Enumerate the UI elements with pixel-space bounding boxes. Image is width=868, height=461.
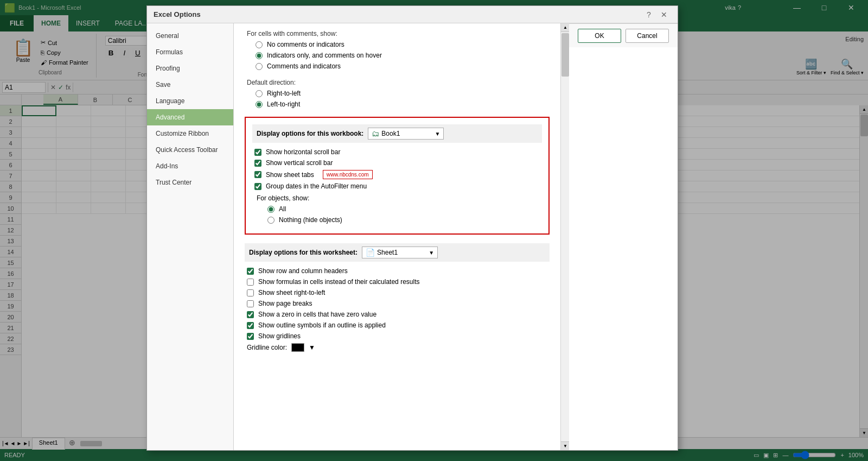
group-dates-option: Group dates in the AutoFilter menu [252, 182, 542, 190]
dialog-scrollbar[interactable]: ▲ ▼ [560, 23, 569, 450]
gridline-color-picker[interactable] [291, 343, 304, 352]
gridline-color-option: Gridline color: ▼ [245, 343, 550, 352]
sidebar-item-proofing[interactable]: Proofing [147, 60, 233, 77]
dialog-scroll-thumb[interactable] [561, 33, 569, 77]
workbook-dropdown[interactable]: 🗂 Book1 ▼ [368, 128, 444, 140]
sheet-icon: 📄 [366, 248, 375, 257]
rtl-option: Right-to-left [245, 90, 550, 97]
dialog-controls: ? ✕ [642, 8, 671, 22]
comments-indicators-option: Comments and indicators [245, 62, 550, 70]
group-dates-label: Group dates in the AutoFilter menu [266, 182, 367, 190]
show-row-col-label: Show row and column headers [258, 267, 348, 275]
cancel-button[interactable]: Cancel [626, 29, 669, 43]
ltr-option: Left-to-right [245, 100, 550, 108]
workbook-display-header: Display options for this workbook: 🗂 Boo… [252, 124, 542, 143]
sidebar-item-general[interactable]: General [147, 28, 233, 44]
show-page-breaks-checkbox[interactable] [247, 300, 254, 307]
dialog-scroll-track [561, 32, 569, 441]
show-h-scroll-label: Show horizontal scroll bar [266, 148, 340, 156]
worksheet-name: Sheet1 [377, 249, 398, 256]
gridline-color-dropdown[interactable]: ▼ [309, 344, 315, 351]
group-dates-checkbox[interactable] [254, 183, 261, 190]
sidebar-item-formulas[interactable]: Formulas [147, 44, 233, 60]
show-sheet-tabs-label: Show sheet tabs [266, 171, 314, 179]
dialog-scroll-up[interactable]: ▲ [561, 23, 569, 32]
dialog-footer: OK Cancel [569, 23, 678, 47]
ltr-radio[interactable] [256, 101, 263, 108]
show-row-col-checkbox[interactable] [247, 268, 254, 275]
show-gridlines-label: Show gridlines [258, 332, 301, 340]
show-sheet-tabs-checkbox[interactable] [254, 171, 261, 178]
sidebar-item-addins[interactable]: Add-Ins [147, 158, 233, 174]
show-v-scroll-checkbox[interactable] [254, 160, 261, 167]
dialog-sidebar: General Formulas Proofing Save Language … [147, 23, 234, 450]
workbook-dropdown-arrow: ▼ [435, 131, 440, 137]
show-formulas-checkbox[interactable] [247, 279, 254, 286]
workbook-name: Book1 [381, 130, 400, 137]
for-objects-label: For objects, show: [257, 194, 542, 202]
show-zero-checkbox[interactable] [247, 311, 254, 318]
sidebar-item-trust-center[interactable]: Trust Center [147, 174, 233, 191]
show-gridlines-option: Show gridlines [245, 332, 550, 340]
sidebar-item-language[interactable]: Language [147, 93, 233, 109]
comments-section-label: For cells with comments, show: [245, 30, 550, 37]
worksheet-dropdown-arrow: ▼ [429, 250, 434, 256]
indicators-only-radio[interactable] [256, 52, 263, 59]
obj-all-radio[interactable] [267, 206, 275, 213]
show-rtl-checkbox[interactable] [247, 289, 254, 296]
no-comments-radio[interactable] [256, 41, 263, 48]
show-rtl-label: Show sheet right-to-left [258, 289, 325, 296]
dialog-body: General Formulas Proofing Save Language … [147, 23, 678, 450]
for-objects-section: For objects, show: All Nothing (hide obj… [252, 194, 542, 224]
gridline-color-label: Gridline color: [247, 344, 287, 351]
obj-all-option: All [257, 205, 542, 213]
worksheet-dropdown[interactable]: 📄 Sheet1 ▼ [362, 247, 438, 258]
dialog-title-bar: Excel Options ? ✕ [147, 6, 678, 23]
sidebar-item-quick-access[interactable]: Quick Access Toolbar [147, 142, 233, 158]
watermark-box: www.nbcdns.com [323, 170, 373, 179]
show-gridlines-checkbox[interactable] [247, 333, 254, 340]
show-v-scroll-option: Show vertical scroll bar [252, 159, 542, 167]
show-zero-label: Show a zero in cells that have zero valu… [258, 311, 376, 318]
show-outline-checkbox[interactable] [247, 322, 254, 329]
comments-section: For cells with comments, show: No commen… [245, 30, 550, 70]
dialog-close-button[interactable]: ✕ [657, 8, 671, 22]
rtl-radio[interactable] [256, 90, 263, 97]
show-outline-label: Show outline symbols if an outline is ap… [258, 321, 386, 329]
indicators-only-label: Indicators only, and comments on hover [267, 52, 382, 59]
excel-options-dialog: Excel Options ? ✕ General Formulas Proof… [146, 5, 678, 451]
show-page-breaks-label: Show page breaks [258, 300, 312, 307]
show-row-col-option: Show row and column headers [245, 267, 550, 275]
sidebar-item-save[interactable]: Save [147, 77, 233, 93]
obj-nothing-radio[interactable] [267, 217, 275, 224]
show-rtl-option: Show sheet right-to-left [245, 289, 550, 296]
direction-label: Default direction: [245, 79, 550, 86]
show-sheet-tabs-option: Show sheet tabs www.nbcdns.com [252, 170, 542, 179]
sidebar-item-advanced[interactable]: Advanced [147, 109, 233, 125]
no-comments-option: No comments or indicators [245, 41, 550, 48]
show-formulas-option: Show formulas in cells instead of their … [245, 278, 550, 286]
show-outline-option: Show outline symbols if an outline is ap… [245, 321, 550, 329]
obj-nothing-label: Nothing (hide objects) [279, 216, 342, 224]
sidebar-item-customize-ribbon[interactable]: Customize Ribbon [147, 125, 233, 142]
workbook-icon: 🗂 [372, 129, 379, 138]
show-v-scroll-label: Show vertical scroll bar [266, 159, 333, 167]
show-zero-option: Show a zero in cells that have zero valu… [245, 311, 550, 318]
dialog-scroll-down[interactable]: ▼ [561, 441, 569, 450]
comments-indicators-label: Comments and indicators [267, 62, 341, 70]
show-h-scroll-checkbox[interactable] [254, 149, 261, 156]
worksheet-display-header-label: Display options for this worksheet: [249, 249, 358, 256]
comments-indicators-radio[interactable] [256, 63, 263, 70]
show-h-scroll-option: Show horizontal scroll bar [252, 148, 542, 156]
ok-button[interactable]: OK [578, 29, 621, 43]
dialog-overlay: Excel Options ? ✕ General Formulas Proof… [0, 0, 868, 461]
indicators-only-option: Indicators only, and comments on hover [245, 52, 550, 59]
worksheet-display-header: Display options for this worksheet: 📄 Sh… [245, 243, 550, 262]
workbook-display-header-label: Display options for this workbook: [257, 130, 363, 137]
show-page-breaks-option: Show page breaks [245, 300, 550, 307]
show-formulas-label: Show formulas in cells instead of their … [258, 278, 419, 286]
dialog-help-button[interactable]: ? [642, 8, 656, 22]
direction-section: Default direction: Right-to-left Left-to… [245, 79, 550, 108]
rtl-label: Right-to-left [267, 90, 301, 97]
workbook-display-options-box: Display options for this workbook: 🗂 Boo… [245, 117, 550, 235]
